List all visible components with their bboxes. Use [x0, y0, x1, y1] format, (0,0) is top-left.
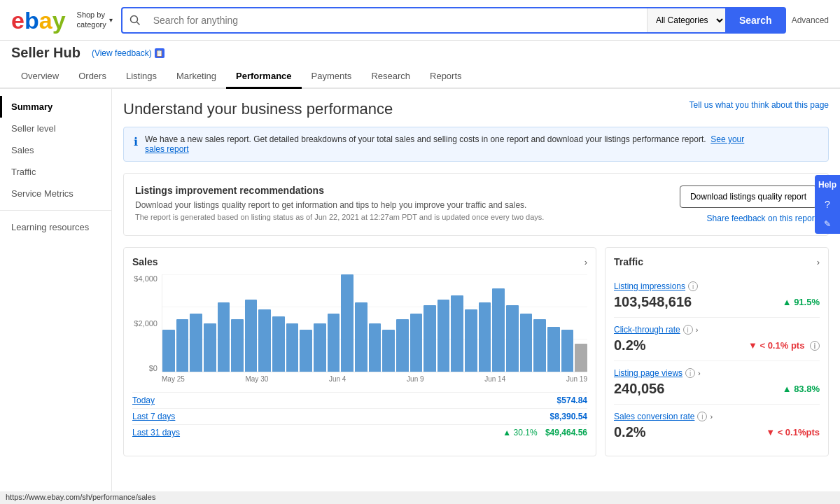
- chart-bar: [258, 309, 271, 372]
- sales-card: Sales › $4,000 $2,000 $0 May 25 May 30 J…: [123, 247, 596, 456]
- today-label[interactable]: Today: [132, 396, 155, 405]
- chart-bar: [561, 330, 574, 372]
- tab-research[interactable]: Research: [361, 65, 420, 89]
- search-input[interactable]: [148, 8, 647, 32]
- tab-listings[interactable]: Listings: [116, 65, 167, 89]
- dashboard-grid: Sales › $4,000 $2,000 $0 May 25 May 30 J…: [123, 247, 829, 456]
- tell-us-link[interactable]: Tell us what you think about this page: [690, 100, 829, 110]
- view-feedback-link[interactable]: (View feedback): [92, 48, 152, 58]
- last31days-change: ▲ 30.1%: [503, 428, 537, 438]
- tab-payments[interactable]: Payments: [302, 65, 362, 89]
- help-panel: Help ? ✎: [815, 175, 840, 234]
- main-area: Understand your business performance Tel…: [112, 89, 840, 502]
- last31days-label[interactable]: Last 31 days: [132, 428, 180, 438]
- last7days-value: $8,390.54: [550, 412, 587, 421]
- listing-impressions-info-icon[interactable]: i: [688, 281, 698, 291]
- click-through-rate-change-info-icon[interactable]: i: [810, 341, 820, 351]
- stat-row-today: Today $574.84: [132, 392, 587, 408]
- chart-bar: [492, 288, 505, 372]
- share-feedback-link[interactable]: Share feedback on this report: [707, 214, 817, 223]
- click-through-rate-value: 0.2%: [614, 337, 646, 354]
- chart-bar: [410, 314, 423, 372]
- search-button[interactable]: Search: [725, 7, 786, 34]
- chart-bar: [438, 300, 450, 372]
- sales-card-arrow-icon[interactable]: ›: [584, 257, 587, 267]
- chart-bar: [465, 309, 477, 372]
- help-question-icon[interactable]: ?: [815, 195, 840, 214]
- metric-listing-page-views: Listing page views i › 240,056 ▲ 83.8%: [614, 361, 820, 405]
- last7days-label[interactable]: Last 7 days: [132, 412, 175, 421]
- svg-line-1: [136, 22, 139, 24]
- y-label-4000: $4,000: [134, 274, 158, 283]
- sales-chart: $4,000 $2,000 $0 May 25 May 30 Jun 4 Jun…: [132, 274, 587, 386]
- feedback-icon: 📋: [155, 48, 164, 58]
- chart-bar: [231, 319, 244, 372]
- chart-bar: [300, 330, 312, 372]
- search-bar: All Categories: [121, 7, 725, 34]
- sales-card-title: Sales: [132, 256, 158, 267]
- chart-bar: [341, 274, 354, 372]
- advanced-search-link[interactable]: Advanced: [792, 15, 829, 25]
- click-through-rate-label[interactable]: Click-through rate: [614, 325, 680, 335]
- sidebar-item-traffic[interactable]: Traffic: [0, 161, 111, 183]
- tab-reports[interactable]: Reports: [420, 65, 472, 89]
- main-header: Understand your business performance Tel…: [123, 100, 829, 118]
- chart-bar: [479, 302, 491, 372]
- sidebar-item-summary[interactable]: Summary: [0, 96, 111, 118]
- chart-x-labels: May 25 May 30 Jun 4 Jun 9 Jun 14 Jun 19: [162, 372, 587, 386]
- listing-page-views-value: 240,056: [614, 381, 664, 397]
- sidebar-item-sales[interactable]: Sales: [0, 139, 111, 161]
- see-sales-report-link[interactable]: See yoursales report: [145, 134, 744, 154]
- sidebar-item-seller-level[interactable]: Seller level: [0, 118, 111, 139]
- tab-performance[interactable]: Performance: [226, 65, 301, 89]
- chart-y-labels: $4,000 $2,000 $0: [132, 274, 162, 372]
- tab-overview[interactable]: Overview: [11, 65, 69, 89]
- sales-conversion-rate-label[interactable]: Sales conversion rate: [614, 412, 694, 421]
- metric-click-through-rate: Click-through rate i › 0.2% ▼ < 0.1% pts…: [614, 318, 820, 361]
- chart-bar: [575, 344, 587, 372]
- sidebar-item-service-metrics[interactable]: Service Metrics: [0, 183, 111, 204]
- listing-page-views-label[interactable]: Listing page views: [614, 368, 682, 378]
- listing-improvement-text: Listings improvement recommendations Dow…: [135, 185, 544, 224]
- traffic-card: Traffic › Listing impressions i 103,548,…: [605, 247, 829, 456]
- listing-page-views-info-icon[interactable]: i: [685, 368, 695, 378]
- chart-bar: [369, 323, 382, 372]
- traffic-card-title: Traffic: [614, 256, 643, 267]
- listing-improvement-box: Listings improvement recommendations Dow…: [123, 173, 829, 236]
- sidebar-item-learning-resources[interactable]: Learning resources: [0, 216, 111, 238]
- last31days-value: $49,464.56: [545, 428, 587, 438]
- chart-bar: [506, 305, 519, 372]
- listing-impressions-value: 103,548,616: [614, 294, 692, 310]
- listing-impressions-label[interactable]: Listing impressions: [614, 281, 685, 291]
- sales-conversion-rate-chevron-icon[interactable]: ›: [710, 412, 713, 421]
- listing-improvement-desc: Download your listings quality report to…: [135, 200, 544, 210]
- search-icon: [122, 8, 148, 32]
- metric-listing-impressions: Listing impressions i 103,548,616 ▲ 91.5…: [614, 274, 820, 318]
- listing-improvement-note: The report is generated based on listing…: [135, 213, 544, 221]
- listing-improvement-title: Listings improvement recommendations: [135, 185, 544, 196]
- chart-bar: [218, 302, 230, 372]
- chart-bar: [328, 314, 340, 372]
- listing-page-views-change: ▲ 83.8%: [783, 384, 820, 394]
- seller-hub-title: Seller Hub: [11, 45, 80, 61]
- y-label-0: $0: [149, 364, 158, 372]
- download-listings-btn[interactable]: Download listings quality report: [680, 186, 817, 208]
- shop-by-label: Shop bycategory: [77, 10, 106, 29]
- tab-orders[interactable]: Orders: [69, 65, 116, 89]
- shop-by-category[interactable]: Shop bycategory ▾: [77, 10, 113, 29]
- y-label-2000: $2,000: [134, 319, 158, 328]
- chart-bar: [424, 305, 436, 372]
- help-button[interactable]: Help: [815, 175, 840, 195]
- listing-page-views-chevron-icon[interactable]: ›: [698, 369, 701, 377]
- chart-bar: [245, 300, 258, 372]
- help-edit-icon[interactable]: ✎: [815, 214, 840, 234]
- click-through-rate-chevron-icon[interactable]: ›: [696, 326, 699, 334]
- ebay-logo[interactable]: ebay: [11, 8, 66, 32]
- listing-impressions-change: ▲ 91.5%: [783, 297, 820, 307]
- category-select[interactable]: All Categories: [647, 8, 725, 32]
- tab-marketing[interactable]: Marketing: [167, 65, 226, 89]
- traffic-card-arrow-icon[interactable]: ›: [817, 257, 820, 267]
- chart-bar: [272, 316, 285, 372]
- sales-conversion-rate-info-icon[interactable]: i: [697, 412, 707, 421]
- click-through-rate-info-icon[interactable]: i: [683, 325, 693, 335]
